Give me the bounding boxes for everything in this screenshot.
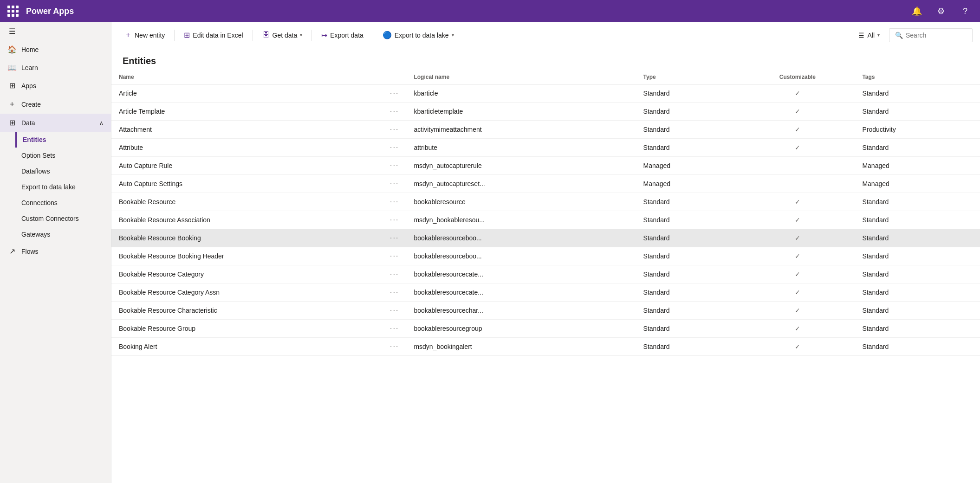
sidebar-item-menu[interactable]: ☰ [0, 22, 111, 40]
sidebar-sub-entities[interactable]: Entities [15, 132, 111, 148]
cell-name: Article [111, 84, 383, 103]
sidebar-item-create[interactable]: ＋ Create [0, 95, 111, 114]
cell-dots[interactable]: ··· [383, 283, 406, 302]
table-row[interactable]: Bookable Resource ··· bookableresource S… [111, 193, 980, 211]
sidebar-sub-dataflows[interactable]: Dataflows [21, 163, 111, 179]
edit-excel-button[interactable]: ⊞ Edit data in Excel [178, 28, 248, 42]
cell-customizable: ✓ [740, 103, 855, 121]
table-row[interactable]: Bookable Resource Category Assn ··· book… [111, 283, 980, 302]
export-data-button[interactable]: ↦ Export data [316, 28, 369, 42]
sidebar-sub-connections[interactable]: Connections [21, 195, 111, 211]
settings-icon[interactable]: ⚙ [934, 4, 948, 19]
cell-dots[interactable]: ··· [383, 338, 406, 356]
checkmark-icon: ✓ [795, 234, 800, 242]
header-icons: 🔔 ⚙ ? [909, 4, 973, 19]
sidebar-item-learn[interactable]: 📖 Learn [0, 58, 111, 77]
row-context-menu[interactable]: ··· [390, 216, 399, 224]
row-context-menu[interactable]: ··· [390, 306, 399, 314]
sidebar-flows-label: Flows [21, 248, 39, 255]
cell-dots[interactable]: ··· [383, 211, 406, 229]
row-context-menu[interactable]: ··· [390, 324, 399, 332]
cell-customizable: ✓ [740, 121, 855, 139]
learn-icon: 📖 [7, 63, 17, 72]
gateways-label: Gateways [21, 231, 50, 238]
sidebar-sub-export[interactable]: Export to data lake [21, 179, 111, 195]
table-row[interactable]: Auto Capture Settings ··· msdyn_autocapt… [111, 175, 980, 193]
cell-dots[interactable]: ··· [383, 193, 406, 211]
sidebar-sub-option-sets[interactable]: Option Sets [21, 148, 111, 163]
row-context-menu[interactable]: ··· [390, 252, 399, 260]
data-subnav: Entities Option Sets Dataflows Export to… [0, 132, 111, 242]
cell-dots[interactable]: ··· [383, 247, 406, 265]
table-row[interactable]: Bookable Resource Characteristic ··· boo… [111, 302, 980, 320]
cell-dots[interactable]: ··· [383, 103, 406, 121]
table-row[interactable]: Article ··· kbarticle Standard ✓ Standar… [111, 84, 980, 103]
col-header-actions [383, 70, 406, 84]
cell-dots[interactable]: ··· [383, 302, 406, 320]
sidebar-learn-label: Learn [21, 64, 38, 71]
row-context-menu[interactable]: ··· [390, 143, 399, 151]
table-row[interactable]: Auto Capture Rule ··· msdyn_autocapturer… [111, 157, 980, 175]
row-context-menu[interactable]: ··· [390, 107, 399, 115]
get-data-button[interactable]: 🗄 Get data ▾ [257, 28, 308, 42]
row-context-menu[interactable]: ··· [390, 89, 399, 97]
cell-customizable: ✓ [740, 320, 855, 338]
table-row[interactable]: Article Template ··· kbarticletemplate S… [111, 103, 980, 121]
cell-type: Standard [636, 320, 740, 338]
cell-logname: bookableresourceboo... [406, 247, 636, 265]
row-context-menu[interactable]: ··· [390, 180, 399, 187]
help-icon[interactable]: ? [958, 4, 973, 19]
search-box[interactable]: 🔍 [889, 28, 973, 42]
sidebar-item-flows[interactable]: ↗ Flows [0, 242, 111, 260]
table-row[interactable]: Attachment ··· activitymimeattachment St… [111, 121, 980, 139]
sidebar-item-home[interactable]: 🏠 Home [0, 40, 111, 58]
sidebar-sub-gateways[interactable]: Gateways [21, 226, 111, 242]
sidebar-home-label: Home [21, 46, 39, 53]
row-context-menu[interactable]: ··· [390, 342, 399, 350]
checkmark-icon: ✓ [795, 198, 800, 206]
cell-tag: Standard [855, 229, 980, 247]
export-lake-button[interactable]: 🔵 Export to data lake ▾ [377, 28, 460, 42]
cell-dots[interactable]: ··· [383, 265, 406, 283]
table-row[interactable]: Bookable Resource Group ··· bookablereso… [111, 320, 980, 338]
entities-tbody: Article ··· kbarticle Standard ✓ Standar… [111, 84, 980, 356]
sidebar: ☰ 🏠 Home 📖 Learn ⊞ Apps ＋ Create ⊞ Data … [0, 22, 111, 483]
filter-button[interactable]: ☰ All ▾ [853, 29, 885, 42]
new-entity-button[interactable]: ＋ New entity [119, 27, 170, 43]
apps-icon: ⊞ [7, 81, 17, 90]
cell-dots[interactable]: ··· [383, 139, 406, 157]
table-row[interactable]: Bookable Resource Booking ··· bookablere… [111, 229, 980, 247]
sidebar-item-data[interactable]: ⊞ Data ∧ [0, 114, 111, 132]
export-lake-caret: ▾ [452, 32, 454, 38]
table-header-row: Name Logical name Type Customizable Tags [111, 70, 980, 84]
waffle-icon[interactable] [7, 6, 19, 17]
sidebar-sub-custom-connectors[interactable]: Custom Connectors [21, 211, 111, 226]
table-row[interactable]: Bookable Resource Association ··· msdyn_… [111, 211, 980, 229]
dataflows-label: Dataflows [21, 167, 50, 175]
row-context-menu[interactable]: ··· [390, 270, 399, 278]
row-context-menu[interactable]: ··· [390, 234, 399, 242]
table-row[interactable]: Attribute ··· attribute Standard ✓ Stand… [111, 139, 980, 157]
row-context-menu[interactable]: ··· [390, 198, 399, 206]
sidebar-item-apps[interactable]: ⊞ Apps [0, 77, 111, 95]
row-context-menu[interactable]: ··· [390, 288, 399, 296]
cell-logname: kbarticletemplate [406, 103, 636, 121]
cell-dots[interactable]: ··· [383, 157, 406, 175]
cell-dots[interactable]: ··· [383, 229, 406, 247]
cell-dots[interactable]: ··· [383, 121, 406, 139]
cell-name: Bookable Resource [111, 193, 383, 211]
table-row[interactable]: Booking Alert ··· msdyn_bookingalert Sta… [111, 338, 980, 356]
main-layout: ☰ 🏠 Home 📖 Learn ⊞ Apps ＋ Create ⊞ Data … [0, 22, 980, 483]
table-row[interactable]: Bookable Resource Booking Header ··· boo… [111, 247, 980, 265]
cell-dots[interactable]: ··· [383, 175, 406, 193]
cell-type: Standard [636, 302, 740, 320]
cell-dots[interactable]: ··· [383, 320, 406, 338]
notification-icon[interactable]: 🔔 [909, 4, 924, 19]
cell-dots[interactable]: ··· [383, 84, 406, 103]
search-input[interactable] [906, 32, 961, 39]
cell-tag: Standard [855, 338, 980, 356]
cell-logname: bookableresource [406, 193, 636, 211]
table-row[interactable]: Bookable Resource Category ··· bookabler… [111, 265, 980, 283]
row-context-menu[interactable]: ··· [390, 125, 399, 133]
row-context-menu[interactable]: ··· [390, 161, 399, 169]
